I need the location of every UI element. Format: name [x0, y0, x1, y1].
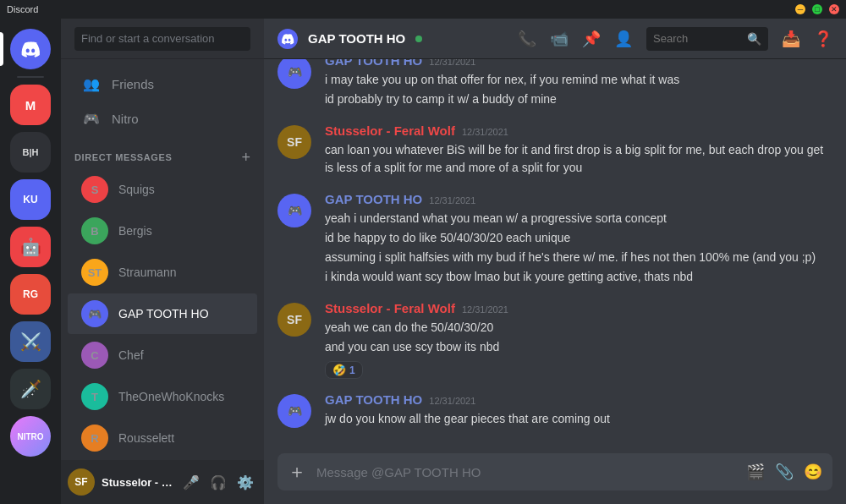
server-icon-ku[interactable]: KU [10, 179, 51, 220]
dm-name-chef: Chef [118, 348, 144, 362]
msg-text: i may take you up on that offer for nex,… [325, 71, 832, 108]
dm-avatar-theone: T [81, 383, 108, 410]
msg-content: GAP TOOTH HO 12/31/2021 i may take you u… [325, 59, 832, 110]
dm-add-button[interactable]: + [241, 150, 250, 165]
dm-avatar-gaptooth: 🎮 [81, 300, 108, 327]
server-list: M B|H KU 🤖 RG ⚔️ 🗡️ NITRO [0, 19, 61, 504]
msg-header: Stusselor - Feral Wolf 12/31/2021 [325, 123, 832, 138]
msg-author: GAP TOOTH HO [325, 192, 422, 206]
dm-item-straumann[interactable]: ST Straumann [68, 252, 257, 293]
header-search-box[interactable]: 🔍 [646, 27, 768, 51]
dm-search-box[interactable]: Find or start a conversation [74, 27, 250, 51]
msg-author: Stusselor - Feral Wolf [325, 301, 455, 315]
dm-item-gaptooth[interactable]: 🎮 GAP TOOTH HO [68, 293, 257, 334]
maximize-button[interactable]: □ [812, 4, 822, 14]
reaction[interactable]: 🤣 1 [325, 361, 363, 379]
server-icon-bh[interactable]: B|H [10, 132, 51, 173]
nitro-nav-icon: 🎮 [81, 108, 102, 129]
reaction-emoji: 🤣 [332, 364, 346, 376]
nitro-label: Nitro [112, 112, 139, 126]
channel-name: GAP TOOTH HO [308, 31, 405, 46]
close-button[interactable]: ✕ [829, 4, 839, 14]
dm-item-rousselett[interactable]: R Rousselett [68, 418, 257, 458]
server-icon-m[interactable]: M [10, 85, 51, 125]
sidebar-header: Find or start a conversation [61, 19, 264, 59]
call-button[interactable]: 📞 [518, 30, 536, 48]
server-icon-sword[interactable]: ⚔️ [10, 321, 51, 362]
chat-area: GAP TOOTH HO 📞 📹 📌 👤 🔍 📥 ❓ SF [264, 19, 846, 504]
dm-item-bergis[interactable]: B Bergis [68, 211, 257, 251]
dm-name-straumann: Straumann [118, 266, 176, 279]
message-group: 🎮 GAP TOOTH HO 12/31/2021 yeah i underst… [264, 189, 846, 291]
msg-timestamp: 12/31/2021 [429, 396, 475, 406]
inbox-button[interactable]: 📥 [782, 30, 800, 48]
msg-timestamp: 12/31/2021 [462, 127, 508, 137]
sidebar-item-friends[interactable]: 👥 Friends [68, 67, 257, 101]
msg-avatar: 🎮 [277, 394, 311, 428]
user-controls: 🎤 🎧 ⚙️ [179, 470, 257, 494]
channel-status [415, 36, 422, 42]
msg-avatar: SF [277, 303, 311, 337]
sidebar-item-nitro[interactable]: 🎮 Nitro [68, 101, 257, 135]
user-info: Stusselor - F... [102, 476, 173, 489]
dm-name-gaptooth: GAP TOOTH HO [118, 307, 209, 320]
msg-avatar: 🎮 [277, 194, 311, 227]
search-icon: 🔍 [747, 32, 761, 46]
settings-button[interactable]: ⚙️ [233, 470, 257, 494]
dm-avatar-chef: C [81, 342, 108, 369]
msg-header: Stusselor - Feral Wolf 12/31/2021 [325, 301, 832, 315]
emoji-button[interactable]: 😊 [804, 463, 822, 481]
msg-author: GAP TOOTH HO [325, 392, 422, 407]
dm-section-title: DIRECT MESSAGES [74, 152, 172, 162]
gif-button[interactable]: 🎬 [746, 463, 765, 481]
file-upload-button[interactable]: 📎 [775, 463, 794, 481]
user-panel: SF Stusselor - F... 🎤 🎧 ⚙️ [61, 460, 264, 504]
server-icon-home[interactable] [10, 29, 51, 69]
friends-label: Friends [112, 77, 154, 91]
discord-logo-icon [20, 39, 41, 59]
server-icon-nitro[interactable]: NITRO [10, 416, 51, 457]
msg-text: jw do you know all the gear pieces that … [325, 410, 832, 428]
server-icon-dragon[interactable]: 🗡️ [10, 369, 51, 409]
msg-avatar: 🎮 [277, 59, 311, 89]
chat-header: GAP TOOTH HO 📞 📹 📌 👤 🔍 📥 ❓ [264, 19, 846, 59]
messages-container[interactable]: SF Stusselor - Feral Wolf 12/31/2021 no … [264, 59, 846, 453]
msg-content: Stusselor - Feral Wolf 12/31/2021 yeah w… [325, 301, 832, 379]
dm-name-bergis: Bergis [118, 224, 152, 238]
title-bar: Discord ─ □ ✕ [0, 0, 846, 19]
attach-button[interactable]: ＋ [288, 459, 306, 485]
dm-name-rousselett: Rousselett [118, 431, 174, 445]
add-member-button[interactable]: 👤 [614, 30, 633, 48]
mute-button[interactable]: 🎤 [179, 470, 203, 494]
dm-name-theone: TheOneWhoKnocks [118, 390, 224, 403]
video-button[interactable]: 📹 [550, 30, 569, 48]
msg-text: yeah i understand what you mean w/ a pro… [325, 210, 832, 286]
msg-author: GAP TOOTH HO [325, 59, 422, 68]
deafen-button[interactable]: 🎧 [206, 470, 230, 494]
pin-button[interactable]: 📌 [582, 30, 601, 48]
server-icon-robot[interactable]: 🤖 [10, 227, 51, 267]
dm-avatar-straumann: ST [81, 259, 108, 286]
help-button[interactable]: ❓ [814, 30, 832, 48]
chat-input-box: ＋ 🎬 📎 😊 [277, 453, 832, 490]
header-search-input[interactable] [653, 32, 742, 45]
active-pill [0, 32, 3, 66]
window-controls: ─ □ ✕ [795, 4, 839, 14]
chat-input-area: ＋ 🎬 📎 😊 [264, 453, 846, 504]
server-icon-rg[interactable]: RG [10, 274, 51, 315]
message-input[interactable] [316, 455, 736, 490]
dm-item-squigs[interactable]: S Squigs [68, 169, 257, 210]
msg-author: Stusselor - Feral Wolf [325, 123, 455, 138]
discord-sm-icon [281, 33, 294, 45]
msg-content: GAP TOOTH HO 12/31/2021 jw do you know a… [325, 392, 832, 430]
msg-timestamp: 12/31/2021 [429, 195, 475, 205]
dm-section-header: DIRECT MESSAGES + [61, 136, 264, 168]
dm-item-chef[interactable]: C Chef [68, 335, 257, 375]
reaction-count: 1 [349, 364, 355, 376]
channel-sidebar: Find or start a conversation 👥 Friends 🎮… [61, 19, 264, 504]
message-group: 🎮 GAP TOOTH HO 12/31/2021 jw do you know… [264, 389, 846, 433]
minimize-button[interactable]: ─ [795, 4, 805, 14]
msg-text: can loan you whatever BiS will be for it… [325, 141, 832, 177]
dm-search-placeholder: Find or start a conversation [81, 32, 244, 45]
dm-item-theone[interactable]: T TheOneWhoKnocks [68, 376, 257, 417]
